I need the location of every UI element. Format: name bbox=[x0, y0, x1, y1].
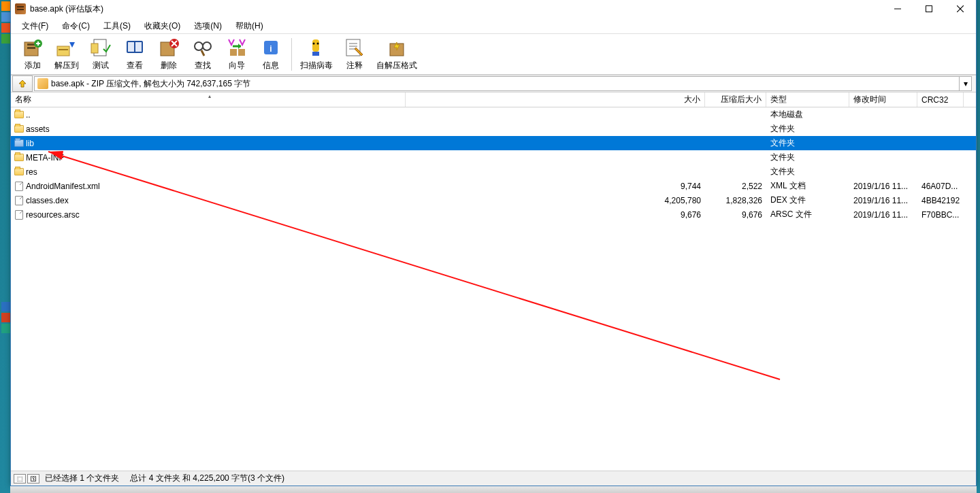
list-item[interactable]: lib文件夹 bbox=[11, 136, 976, 150]
file-list[interactable]: ..本地磁盘assets文件夹lib文件夹META-INF文件夹res文件夹An… bbox=[11, 107, 976, 471]
svg-rect-25 bbox=[238, 49, 245, 56]
column-name[interactable]: 名称▴ bbox=[11, 92, 406, 107]
svg-rect-16 bbox=[135, 42, 142, 52]
cell-type: 文件夹 bbox=[766, 152, 849, 163]
list-item[interactable]: res文件夹 bbox=[11, 165, 976, 179]
svg-rect-1 bbox=[926, 6, 932, 12]
file-icon bbox=[15, 182, 23, 191]
menu-commands[interactable]: 命令(C) bbox=[56, 19, 95, 33]
pathbar: base.apk - ZIP 压缩文件, 解包大小为 742,637,165 字… bbox=[11, 75, 976, 92]
status-center: 总计 4 文件夹 和 4,225,200 字节(3 个文件) bbox=[125, 473, 772, 484]
sfx-icon bbox=[386, 37, 408, 58]
svg-rect-24 bbox=[230, 49, 237, 56]
status-left: 已经选择 1 个文件夹 bbox=[39, 473, 125, 484]
svg-rect-6 bbox=[27, 47, 35, 49]
view-icon bbox=[124, 37, 146, 58]
window-title: base.apk (评估版本) bbox=[30, 3, 882, 15]
column-compressed[interactable]: 压缩后大小 bbox=[705, 92, 766, 107]
cell-name: assets bbox=[24, 124, 406, 134]
winrar-window: base.apk (评估版本) 文件(F) 命令(C) 工具(S) 收藏夹(O)… bbox=[10, 0, 977, 486]
cell-name: resources.arsc bbox=[24, 210, 406, 220]
close-button[interactable] bbox=[945, 0, 976, 19]
list-item[interactable]: resources.arsc9,6769,676ARSC 文件2019/1/16… bbox=[11, 207, 976, 222]
menu-help[interactable]: 帮助(H) bbox=[230, 19, 269, 33]
cell-name: lib bbox=[24, 139, 406, 148]
menu-options[interactable]: 选项(N) bbox=[189, 19, 227, 33]
cell-type: 文件夹 bbox=[766, 166, 849, 177]
status-icon-drive[interactable]: ⬚ bbox=[14, 474, 26, 483]
toolbar-scan-virus[interactable]: 扫描病毒 bbox=[296, 35, 337, 73]
svg-rect-32 bbox=[346, 39, 360, 56]
column-headers: 名称▴ 大小 压缩后大小 类型 修改时间 CRC32 bbox=[11, 92, 976, 107]
menu-tools[interactable]: 工具(S) bbox=[98, 19, 136, 33]
column-crc[interactable]: CRC32 bbox=[917, 92, 964, 107]
column-size[interactable]: 大小 bbox=[406, 92, 705, 107]
cell-modified: 2019/1/16 11... bbox=[849, 182, 917, 191]
cell-size: 9,676 bbox=[406, 210, 705, 220]
app-icon bbox=[15, 3, 26, 14]
svg-point-30 bbox=[313, 43, 315, 45]
toolbar-sfx[interactable]: 自解压格式 bbox=[372, 35, 421, 73]
path-input[interactable]: base.apk - ZIP 压缩文件, 解包大小为 742,637,165 字… bbox=[34, 76, 972, 91]
column-modified[interactable]: 修改时间 bbox=[849, 92, 917, 107]
cell-crc: F70BBC... bbox=[917, 210, 964, 220]
delete-icon bbox=[158, 37, 180, 58]
list-item[interactable]: META-INF文件夹 bbox=[11, 150, 976, 165]
cell-size: 9,744 bbox=[406, 182, 705, 191]
column-type[interactable]: 类型 bbox=[766, 92, 849, 107]
taskbar-edge bbox=[10, 486, 977, 493]
cell-crc: 46A07D... bbox=[917, 182, 964, 191]
cell-name: .. bbox=[24, 110, 406, 120]
toolbar-comment[interactable]: 注释 bbox=[338, 35, 371, 73]
svg-rect-10 bbox=[57, 46, 69, 56]
toolbar-extract[interactable]: 解压到 bbox=[50, 35, 83, 73]
toolbar-view[interactable]: 查看 bbox=[118, 35, 151, 73]
toolbar-test[interactable]: 测试 bbox=[84, 35, 117, 73]
up-button[interactable] bbox=[12, 75, 33, 92]
svg-point-22 bbox=[203, 42, 211, 50]
cell-type: 文件夹 bbox=[766, 137, 849, 149]
cell-type: 文件夹 bbox=[766, 123, 849, 135]
toolbar-wizard[interactable]: 向导 bbox=[220, 35, 253, 73]
list-item[interactable]: assets文件夹 bbox=[11, 122, 976, 136]
test-icon bbox=[90, 37, 112, 58]
svg-rect-15 bbox=[128, 42, 134, 52]
folder-icon bbox=[14, 139, 24, 147]
folder-icon bbox=[14, 168, 24, 175]
cell-name: META-INF bbox=[24, 153, 406, 163]
svg-rect-9 bbox=[37, 41, 39, 46]
toolbar-delete[interactable]: 删除 bbox=[152, 35, 185, 73]
cell-name: res bbox=[24, 167, 406, 177]
maximize-button[interactable] bbox=[913, 0, 945, 19]
svg-rect-13 bbox=[91, 44, 98, 53]
svg-point-31 bbox=[317, 43, 319, 45]
toolbar: 添加 解压到 测试 查看 删除 查找 bbox=[11, 34, 976, 75]
folder-icon bbox=[14, 154, 24, 161]
list-item[interactable]: ..本地磁盘 bbox=[11, 107, 976, 122]
list-item[interactable]: AndroidManifest.xml9,7442,522XML 文档2019/… bbox=[11, 179, 976, 193]
list-item[interactable]: classes.dex4,205,7801,828,326DEX 文件2019/… bbox=[11, 193, 976, 207]
menu-favorites[interactable]: 收藏夹(O) bbox=[139, 19, 186, 33]
svg-rect-11 bbox=[59, 49, 68, 50]
svg-line-23 bbox=[201, 50, 204, 56]
cell-compressed: 9,676 bbox=[705, 210, 766, 220]
titlebar[interactable]: base.apk (评估版本) bbox=[11, 0, 976, 19]
toolbar-find[interactable]: 查找 bbox=[186, 35, 219, 73]
path-dropdown[interactable]: ▾ bbox=[959, 77, 971, 90]
toolbar-separator bbox=[291, 38, 292, 71]
find-icon bbox=[192, 37, 214, 58]
folder-icon bbox=[14, 125, 24, 133]
toolbar-info[interactable]: i 信息 bbox=[255, 35, 287, 73]
statusbar: ⬚ ⚿ 已经选择 1 个文件夹 总计 4 文件夹 和 4,225,200 字节(… bbox=[11, 471, 976, 486]
cell-type: XML 文档 bbox=[766, 180, 849, 192]
menu-file[interactable]: 文件(F) bbox=[16, 19, 54, 33]
toolbar-add[interactable]: 添加 bbox=[16, 35, 49, 73]
cell-modified: 2019/1/16 11... bbox=[849, 210, 917, 220]
extract-icon bbox=[56, 37, 78, 58]
add-icon bbox=[22, 37, 44, 58]
cell-type: DEX 文件 bbox=[766, 194, 849, 206]
status-icon-key[interactable]: ⚿ bbox=[27, 474, 39, 483]
minimize-button[interactable] bbox=[882, 0, 913, 19]
svg-text:i: i bbox=[270, 44, 272, 54]
cell-compressed: 2,522 bbox=[705, 182, 766, 191]
